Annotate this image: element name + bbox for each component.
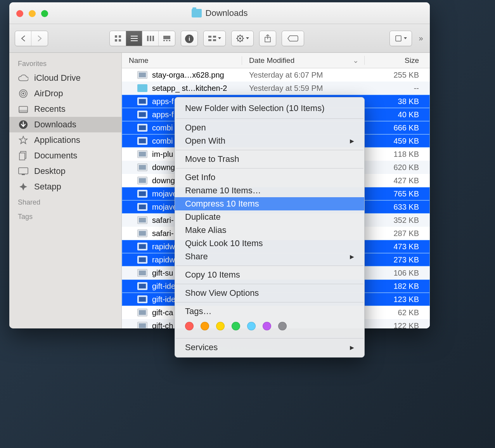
tags-button[interactable] <box>282 31 304 46</box>
file-thumbnail-icon <box>137 229 147 237</box>
ctx-alias[interactable]: Make Alias <box>175 224 364 237</box>
tag-color-swatch[interactable] <box>263 322 271 330</box>
list-view-button[interactable] <box>126 31 142 46</box>
file-size: 62 KB <box>365 308 430 317</box>
sidebar-item-applications[interactable]: Applications <box>9 132 121 148</box>
column-header: Name Date Modified ⌄ Size <box>122 53 430 68</box>
file-thumbnail-icon <box>137 190 147 198</box>
file-thumbnail-icon <box>137 84 147 92</box>
file-size: 273 KB <box>365 255 430 264</box>
svg-rect-40 <box>22 174 25 175</box>
ctx-view-options[interactable]: Show View Options <box>175 287 364 300</box>
ctx-open-with[interactable]: Open With <box>175 134 364 148</box>
context-menu: New Folder with Selection (10 Items) Ope… <box>175 97 365 358</box>
sidebar-item-label: Downloads <box>34 120 76 130</box>
action-button[interactable] <box>232 31 253 46</box>
window-controls <box>16 10 48 17</box>
ctx-copy[interactable]: Copy 10 Items <box>175 268 364 281</box>
file-thumbnail-icon <box>137 282 147 290</box>
sidebar-item-label: Setapp <box>34 182 61 192</box>
svg-rect-4 <box>131 36 138 36</box>
file-name: stay-orga…x628.png <box>152 71 242 80</box>
tag-color-swatch[interactable] <box>278 322 287 330</box>
column-modified[interactable]: Date Modified ⌄ <box>242 56 365 65</box>
ctx-duplicate[interactable]: Duplicate <box>175 210 364 224</box>
file-size: 40 KB <box>365 110 430 119</box>
svg-rect-3 <box>119 39 121 42</box>
column-view-button[interactable] <box>142 31 159 46</box>
sidebar-item-icloud-drive[interactable]: iCloud Drive <box>9 70 121 86</box>
column-name[interactable]: Name <box>122 56 242 65</box>
svg-rect-35 <box>19 110 28 113</box>
sidebar-item-label: AirDrop <box>34 89 63 99</box>
ctx-get-info[interactable]: Get Info <box>175 171 364 184</box>
file-size: 459 KB <box>365 137 430 146</box>
sidebar-item-recents[interactable]: Recents <box>9 101 121 117</box>
cloud-icon <box>18 73 29 83</box>
file-thumbnail-icon <box>137 203 147 211</box>
ctx-rename[interactable]: Rename 10 Items… <box>175 184 364 197</box>
ctx-trash[interactable]: Move to Trash <box>175 153 364 166</box>
tag-color-swatch[interactable] <box>185 322 194 330</box>
file-size: 287 KB <box>365 229 430 238</box>
tag-color-swatch[interactable] <box>201 322 209 330</box>
setapp-icon <box>18 182 29 191</box>
arrange-button[interactable] <box>204 31 225 46</box>
ctx-quicklook[interactable]: Quick Look 10 Items <box>175 237 364 250</box>
sidebar-item-airdrop[interactable]: AirDrop <box>9 86 121 101</box>
forward-button[interactable] <box>31 31 48 46</box>
file-modified: Yesterday at 6:07 PM <box>242 71 365 80</box>
file-row[interactable]: setapp_ st…kitchen-2Yesterday at 5:59 PM… <box>122 82 430 95</box>
file-thumbnail-icon <box>137 150 147 158</box>
tag-color-swatch[interactable] <box>216 322 225 330</box>
file-thumbnail-icon <box>137 97 147 105</box>
sidebar: Favorites iCloud DriveAirDropRecentsDown… <box>9 53 122 328</box>
file-thumbnail-icon <box>137 216 147 224</box>
file-size: 473 KB <box>365 242 430 251</box>
svg-rect-17 <box>213 39 216 41</box>
toolbar-overflow-icon[interactable]: » <box>417 34 424 43</box>
sidebar-item-label: Recents <box>34 104 66 114</box>
file-thumbnail-icon <box>137 269 147 277</box>
ctx-share[interactable]: Share <box>175 250 364 263</box>
gallery-view-button[interactable] <box>159 31 175 46</box>
sidebar-section-tags: Tags <box>9 209 121 223</box>
maximize-button[interactable] <box>41 10 48 17</box>
share-button[interactable] <box>260 31 276 46</box>
file-size: 118 KB <box>365 150 430 159</box>
ctx-compress[interactable]: Compress 10 Items <box>175 197 364 210</box>
sidebar-item-documents[interactable]: Documents <box>9 148 121 163</box>
svg-rect-0 <box>115 35 117 38</box>
file-thumbnail-icon <box>137 124 147 132</box>
file-thumbnail-icon <box>137 295 147 303</box>
close-button[interactable] <box>16 10 23 17</box>
tag-color-swatch[interactable] <box>247 322 256 330</box>
ctx-tag-colors <box>175 318 364 336</box>
file-thumbnail-icon <box>137 71 147 79</box>
tag-color-swatch[interactable] <box>232 322 240 330</box>
svg-rect-13 <box>169 40 170 41</box>
titlebar: Downloads <box>9 2 430 24</box>
sidebar-item-label: Documents <box>34 151 77 161</box>
sidebar-item-setapp[interactable]: Setapp <box>9 179 121 194</box>
ctx-tags-label[interactable]: Tags… <box>175 305 364 318</box>
file-row[interactable]: stay-orga…x628.pngYesterday at 6:07 PM25… <box>122 68 430 82</box>
info-button[interactable]: i <box>185 35 194 43</box>
dropbox-button[interactable] <box>390 31 412 46</box>
svg-rect-30 <box>396 36 401 41</box>
svg-point-19 <box>239 37 241 39</box>
sidebar-item-label: iCloud Drive <box>34 73 81 83</box>
view-switcher <box>109 31 175 46</box>
ctx-open[interactable]: Open <box>175 121 364 134</box>
svg-point-33 <box>22 93 24 95</box>
column-size[interactable]: Size <box>365 56 430 65</box>
svg-rect-6 <box>131 40 138 41</box>
minimize-button[interactable] <box>29 10 36 17</box>
sidebar-item-desktop[interactable]: Desktop <box>9 163 121 179</box>
ctx-new-folder[interactable]: New Folder with Selection (10 Items) <box>175 101 364 116</box>
back-button[interactable] <box>15 31 31 46</box>
ctx-services[interactable]: Services <box>175 341 364 354</box>
sidebar-item-downloads[interactable]: Downloads <box>9 117 121 132</box>
svg-rect-12 <box>166 40 168 41</box>
icon-view-button[interactable] <box>110 31 126 46</box>
